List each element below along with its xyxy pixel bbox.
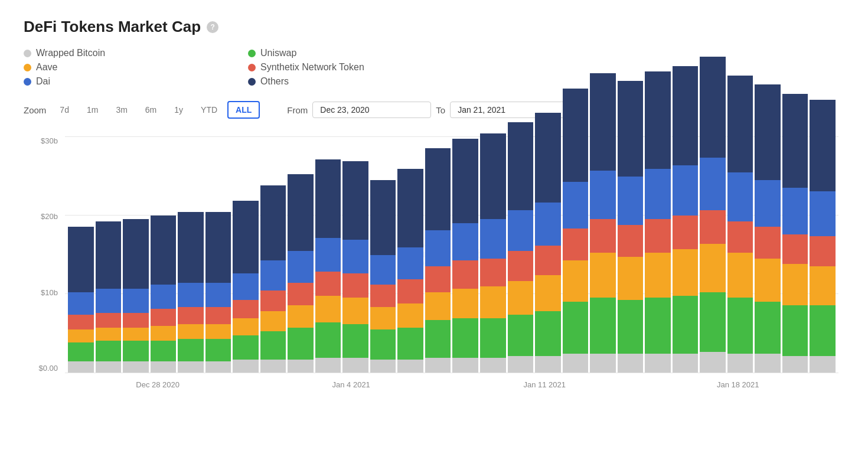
bar-segment-others bbox=[810, 100, 836, 191]
zoom-btn-7d[interactable]: 7d bbox=[52, 101, 77, 119]
legend-label-others: Others bbox=[260, 76, 289, 87]
bar-segment-aave bbox=[96, 328, 122, 341]
bar-segment-synthetix bbox=[288, 283, 314, 305]
legend-item-uniswap: Uniswap bbox=[248, 48, 437, 58]
bar-segment-aave bbox=[68, 329, 94, 342]
bar-segment-others bbox=[342, 161, 368, 240]
zoom-btn-all[interactable]: ALL bbox=[227, 101, 260, 119]
bar-segment-dai bbox=[288, 251, 314, 283]
bar-segment-synthetix bbox=[151, 309, 177, 326]
help-icon[interactable]: ? bbox=[207, 21, 218, 33]
bar-segment-dai bbox=[397, 247, 423, 279]
bar-segment-others bbox=[727, 76, 753, 173]
to-label: To bbox=[436, 105, 445, 115]
bar-segment-others bbox=[68, 227, 94, 292]
date-range: From To bbox=[287, 102, 569, 118]
bar-segment-aave bbox=[370, 307, 396, 329]
legend-item-wrapped-bitcoin: Wrapped Bitcoin bbox=[24, 48, 213, 58]
bar-segment-synthetix bbox=[452, 260, 478, 289]
bar-segment-dai bbox=[96, 289, 122, 313]
zoom-btn-1m[interactable]: 1m bbox=[79, 101, 106, 119]
bar-segment-others bbox=[452, 139, 478, 223]
bar-segment-others bbox=[590, 73, 616, 171]
bar-group bbox=[233, 201, 259, 373]
bar-segment-wrapped bbox=[425, 358, 451, 373]
bar-segment-dai bbox=[452, 223, 478, 260]
bar-group bbox=[288, 174, 314, 373]
bar-segment-others bbox=[370, 180, 396, 255]
zoom-btn-1y[interactable]: 1y bbox=[167, 101, 191, 119]
bar-segment-wrapped bbox=[645, 354, 671, 373]
bar-segment-uniswap bbox=[68, 342, 94, 361]
bar-segment-others bbox=[397, 169, 423, 247]
zoom-btn-3m[interactable]: 3m bbox=[108, 101, 135, 119]
bar-segment-wrapped bbox=[205, 361, 231, 373]
chart-area: $30b$20b$10b$0.00 intotheblock Dec 28 20… bbox=[24, 136, 844, 396]
bar-segment-dai bbox=[123, 289, 149, 313]
bar-segment-others bbox=[178, 212, 204, 283]
from-date-input[interactable] bbox=[312, 102, 431, 118]
bar-group bbox=[755, 84, 781, 373]
zoom-btn-6m[interactable]: 6m bbox=[138, 101, 164, 119]
bar-segment-synthetix bbox=[370, 285, 396, 307]
bar-segment-synthetix bbox=[397, 279, 423, 303]
bar-segment-uniswap bbox=[233, 335, 259, 360]
legend-dot-aave bbox=[24, 64, 31, 71]
bar-segment-aave bbox=[342, 298, 368, 324]
y-label-2: $10b bbox=[24, 288, 65, 297]
legend-dot-uniswap bbox=[248, 50, 256, 57]
bar-segment-synthetix bbox=[755, 227, 781, 259]
bar-segment-dai bbox=[645, 169, 671, 220]
legend-label-dai: Dai bbox=[36, 76, 50, 87]
bar-segment-uniswap bbox=[755, 302, 781, 354]
x-label-0: Dec 28 2020 bbox=[136, 380, 180, 389]
bar-segment-synthetix bbox=[205, 307, 231, 324]
bar-segment-others bbox=[205, 212, 231, 283]
legend-label-wrapped-bitcoin: Wrapped Bitcoin bbox=[36, 48, 105, 58]
legend-dot-dai bbox=[24, 78, 31, 86]
bar-segment-others bbox=[123, 219, 149, 288]
bar-segment-wrapped bbox=[618, 354, 644, 373]
bar-segment-others bbox=[151, 216, 177, 285]
bar-segment-uniswap bbox=[673, 296, 699, 354]
bar-segment-dai bbox=[755, 180, 781, 227]
bar-group bbox=[260, 185, 286, 373]
bar-segment-wrapped bbox=[260, 360, 286, 373]
bar-segment-dai bbox=[425, 230, 451, 266]
bar-group bbox=[178, 212, 204, 373]
bar-segment-synthetix bbox=[563, 229, 589, 260]
bar-group bbox=[618, 81, 644, 373]
zoom-label: Zoom bbox=[24, 105, 46, 115]
bar-segment-dai bbox=[260, 260, 286, 291]
bar-segment-aave bbox=[727, 253, 753, 298]
bar-segment-others bbox=[563, 89, 589, 182]
bar-group bbox=[590, 73, 616, 373]
bar-segment-aave bbox=[618, 257, 644, 300]
bar-group bbox=[727, 76, 753, 373]
bar-segment-wrapped bbox=[755, 354, 781, 373]
bar-segment-wrapped bbox=[288, 360, 314, 373]
bar-segment-aave bbox=[782, 264, 808, 305]
legend-label-aave: Aave bbox=[36, 62, 57, 73]
bar-segment-dai bbox=[205, 283, 231, 307]
bar-group bbox=[397, 169, 423, 373]
bar-segment-synthetix bbox=[673, 216, 699, 249]
bar-group bbox=[315, 159, 341, 373]
bar-segment-aave bbox=[178, 324, 204, 339]
zoom-btn-ytd[interactable]: YTD bbox=[193, 101, 225, 119]
bar-segment-others bbox=[233, 201, 259, 274]
bar-group bbox=[96, 221, 122, 373]
chart-inner: intotheblock bbox=[65, 136, 838, 373]
page-container: DeFi Tokens Market Cap ? Wrapped Bitcoin… bbox=[24, 18, 844, 396]
bar-segment-uniswap bbox=[508, 315, 534, 356]
legend-item-synthetix: Synthetix Network Token bbox=[248, 62, 437, 73]
bar-segment-uniswap bbox=[563, 302, 589, 354]
bar-group bbox=[700, 57, 726, 373]
bar-segment-aave bbox=[810, 266, 836, 306]
bar-group bbox=[480, 133, 506, 373]
bar-segment-others bbox=[288, 174, 314, 251]
bar-segment-dai bbox=[673, 165, 699, 216]
bar-group bbox=[782, 94, 808, 373]
bar-segment-uniswap bbox=[810, 305, 836, 356]
bar-segment-others bbox=[645, 71, 671, 169]
